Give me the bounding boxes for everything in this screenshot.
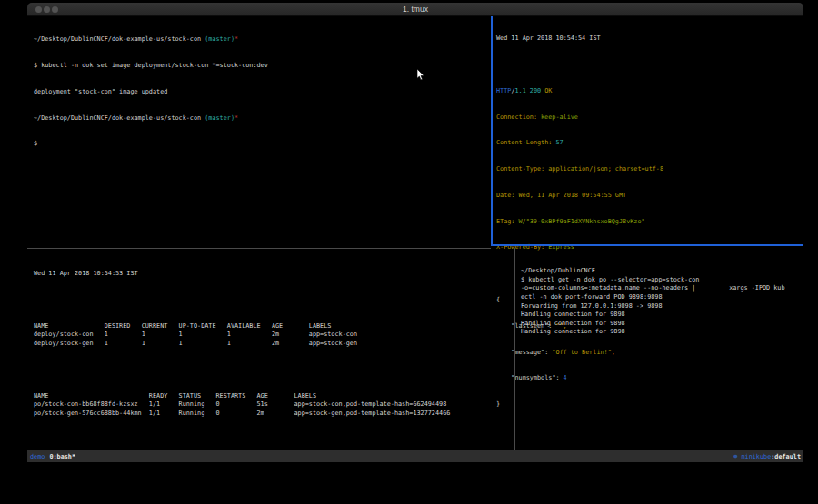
prompt-line: ~/Desktop/DublinCNCF/dok-example-us/stoc… xyxy=(34,114,495,124)
git-branch: (master) xyxy=(204,35,234,43)
prompt-line: ~/Desktop/DublinCNCF/dok-example-us/stoc… xyxy=(34,35,495,44)
kube-context: minikube xyxy=(742,453,772,460)
http-header-line: ETag:W/"39-0xBPf9aF1dXVNkhsxoBQgJ8vKzo" xyxy=(496,218,803,227)
status-left: demo0:bash* xyxy=(30,453,75,460)
deployments-table: NAME DESIRED CURRENT UP-TO-DATE AVAILABL… xyxy=(34,322,519,349)
active-pane-border-vertical[interactable] xyxy=(491,16,493,244)
terminal-window: 1. tmux ~/Desktop/DublinCNCF/dok-example… xyxy=(27,3,803,462)
pane-bottom-left[interactable]: Wed 11 Apr 2018 10:54:53 IST NAME DESIRE… xyxy=(27,249,519,450)
port-forward-output: ~/Desktop/DublinCNCF $ kubectl get -n do… xyxy=(521,267,803,337)
window-list-item[interactable]: 0:bash* xyxy=(49,453,75,460)
timestamp: Wed 11 Apr 2018 10:54:54 IST xyxy=(496,35,803,44)
terminal-content: ~/Desktop/DublinCNCF/dok-example-us/stoc… xyxy=(27,16,803,450)
pane-top-left[interactable]: ~/Desktop/DublinCNCF/dok-example-us/stoc… xyxy=(27,16,495,246)
git-dirty-flag: * xyxy=(234,35,238,43)
git-dirty-flag: * xyxy=(234,114,238,122)
window-title: 1. tmux xyxy=(27,5,803,14)
timestamp: Wed 11 Apr 2018 10:54:53 IST xyxy=(34,270,519,279)
command-line: $ kubectl -n dok set image deployment/st… xyxy=(34,62,495,71)
pane-bottom-right[interactable]: ~/Desktop/DublinCNCF $ kubectl get -n do… xyxy=(516,246,803,450)
prompt-line: $ xyxy=(34,140,495,149)
git-branch: (master) xyxy=(204,114,234,122)
http-header-line: Date:Wed, 11 Apr 2018 09:54:55 GMT xyxy=(496,192,803,201)
kube-context-icon: ☸ xyxy=(733,453,737,460)
session-name: demo xyxy=(30,453,45,460)
mouse-pointer-icon xyxy=(416,69,424,81)
status-right: ☸ minikube:default xyxy=(733,453,801,460)
command-output: deployment "stock-con" image updated xyxy=(34,88,495,97)
http-header-line: Connection:keep-alive xyxy=(496,114,803,123)
http-header-line: Content-Type:application/json; charset=u… xyxy=(496,165,803,174)
pods-table: NAME READY STATUS RESTARTS AGE LABELS po… xyxy=(34,392,519,419)
pane-top-right[interactable]: Wed 11 Apr 2018 10:54:54 IST HTTP/1.1 20… xyxy=(493,16,803,243)
titlebar[interactable]: 1. tmux xyxy=(27,3,803,16)
kube-namespace: :default xyxy=(771,453,801,460)
http-header-line: Content-Length:57 xyxy=(496,139,803,148)
http-status-line: HTTP/1.1 200 OK xyxy=(496,87,803,96)
tmux-status-bar: demo0:bash* ☸ minikube:default xyxy=(27,450,803,462)
